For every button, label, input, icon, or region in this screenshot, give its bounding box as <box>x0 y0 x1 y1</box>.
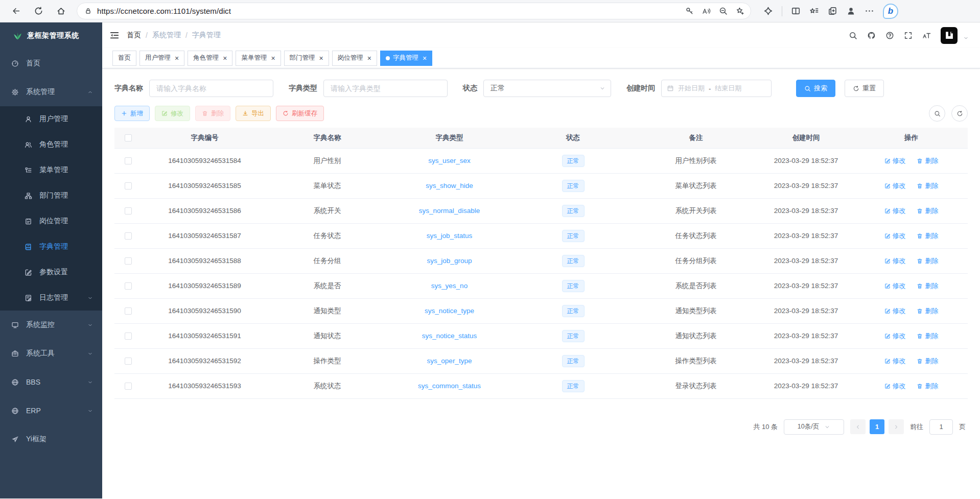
dict-type-input[interactable] <box>323 80 448 97</box>
dict-name-input[interactable] <box>149 80 273 97</box>
copy-plus-icon[interactable] <box>828 6 837 16</box>
app-logo[interactable]: 意框架管理系统 <box>0 22 102 49</box>
row-delete-link[interactable]: 删除 <box>917 306 938 316</box>
row-edit-link[interactable]: 修改 <box>884 357 906 366</box>
dict-type-link[interactable]: sys_job_group <box>427 257 472 265</box>
split-icon[interactable] <box>791 6 801 16</box>
goto-page-input[interactable] <box>929 419 953 435</box>
reload-icon[interactable] <box>34 6 43 16</box>
date-range-picker[interactable]: 开始日期 - 结束日期 <box>661 80 772 97</box>
row-delete-link[interactable]: 删除 <box>917 256 938 266</box>
sidebar-item[interactable]: 部门管理 <box>0 183 102 208</box>
view-tab[interactable]: 岗位管理 × <box>332 51 377 66</box>
row-checkbox[interactable] <box>125 182 132 189</box>
row-delete-link[interactable]: 删除 <box>917 357 938 366</box>
person-fill-icon[interactable] <box>846 6 856 16</box>
sidebar-item[interactable]: 系统管理 <box>0 78 102 106</box>
sidebar-item[interactable]: 角色管理 <box>0 132 102 157</box>
row-checkbox[interactable] <box>125 383 132 390</box>
row-checkbox[interactable] <box>125 332 132 340</box>
dict-type-link[interactable]: sys_user_sex <box>428 157 471 164</box>
fullscreen-icon[interactable] <box>904 31 913 40</box>
avatar-caret-icon[interactable] <box>963 35 969 41</box>
dots-icon[interactable] <box>865 6 874 16</box>
row-edit-link[interactable]: 修改 <box>884 281 906 291</box>
export-button[interactable]: 导出 <box>236 106 271 121</box>
address-bar[interactable]: https://ccnetcore.com:1101/system/dict <box>77 3 751 19</box>
view-tab[interactable]: 首页 × <box>112 51 136 66</box>
row-edit-link[interactable]: 修改 <box>884 256 906 266</box>
star-add-icon[interactable] <box>736 7 744 15</box>
row-edit-link[interactable]: 修改 <box>884 331 906 341</box>
close-icon[interactable]: × <box>423 55 427 62</box>
refresh-cache-button[interactable]: 刷新缓存 <box>276 106 324 121</box>
row-delete-link[interactable]: 删除 <box>917 206 938 216</box>
back-icon[interactable] <box>11 6 21 16</box>
github-icon[interactable] <box>867 31 876 40</box>
sidebar-item[interactable]: 首页 <box>0 49 102 78</box>
close-icon[interactable]: × <box>223 55 227 62</box>
row-checkbox[interactable] <box>125 232 132 240</box>
close-icon[interactable]: × <box>271 55 275 62</box>
row-edit-link[interactable]: 修改 <box>884 231 906 241</box>
sidebar-item[interactable]: 系统工具 <box>0 339 102 368</box>
close-icon[interactable]: × <box>175 55 179 62</box>
row-edit-link[interactable]: 修改 <box>884 156 906 165</box>
edit-button[interactable]: 修改 <box>155 106 190 121</box>
dict-type-link[interactable]: sys_yes_no <box>431 282 468 290</box>
url-text[interactable]: https://ccnetcore.com:1101/system/dict <box>97 7 680 15</box>
row-delete-link[interactable]: 删除 <box>917 181 938 191</box>
prev-page-button[interactable] <box>850 419 866 434</box>
refresh-table-button[interactable] <box>951 105 968 122</box>
page-size-select[interactable]: 10条/页 <box>784 419 844 435</box>
search-icon[interactable] <box>849 31 857 40</box>
row-delete-link[interactable]: 删除 <box>917 156 938 165</box>
row-checkbox[interactable] <box>125 257 132 265</box>
breadcrumb-home[interactable]: 首页 <box>127 31 141 40</box>
status-select[interactable]: 正常 <box>483 80 611 97</box>
dict-type-link[interactable]: sys_normal_disable <box>419 207 480 215</box>
reset-button[interactable]: 重置 <box>845 80 884 97</box>
sidebar-item[interactable]: 字典管理 <box>0 234 102 259</box>
row-delete-link[interactable]: 删除 <box>917 382 938 391</box>
sidebar-item[interactable]: 系统监控 <box>0 311 102 339</box>
user-avatar[interactable] <box>941 27 958 44</box>
row-checkbox[interactable] <box>125 307 132 315</box>
row-edit-link[interactable]: 修改 <box>884 181 906 191</box>
sidebar-item[interactable]: ERP <box>0 396 102 425</box>
dict-type-link[interactable]: sys_notice_type <box>425 307 474 315</box>
row-delete-link[interactable]: 删除 <box>917 281 938 291</box>
view-tab[interactable]: 字典管理 × <box>380 51 432 66</box>
add-button[interactable]: 新增 <box>114 106 150 121</box>
row-delete-link[interactable]: 删除 <box>917 231 938 241</box>
delete-button[interactable]: 删除 <box>195 106 230 121</box>
view-tab[interactable]: 部门管理 × <box>284 51 329 66</box>
sidebar-collapse-icon[interactable] <box>109 30 120 40</box>
bing-chat-icon[interactable]: b <box>883 4 898 19</box>
zoom-out-icon[interactable] <box>719 7 728 15</box>
sidebar-item[interactable]: 参数设置 <box>0 259 102 285</box>
dict-type-link[interactable]: sys_notice_status <box>422 332 477 340</box>
page-number-1[interactable]: 1 <box>870 419 884 434</box>
row-edit-link[interactable]: 修改 <box>884 206 906 216</box>
sidebar-item[interactable]: 菜单管理 <box>0 157 102 183</box>
row-checkbox[interactable] <box>125 207 132 215</box>
row-checkbox[interactable] <box>125 358 132 365</box>
row-edit-link[interactable]: 修改 <box>884 382 906 391</box>
home-icon[interactable] <box>56 6 66 16</box>
sidebar-item[interactable]: 用户管理 <box>0 106 102 132</box>
select-all-checkbox[interactable] <box>125 134 132 141</box>
dict-type-link[interactable]: sys_oper_type <box>427 357 472 365</box>
dict-type-link[interactable]: sys_common_status <box>418 382 481 390</box>
collections-icon[interactable] <box>809 6 819 16</box>
key-icon[interactable] <box>685 7 694 15</box>
next-page-button[interactable] <box>889 419 904 434</box>
view-tab[interactable]: 用户管理 × <box>139 51 184 66</box>
question-icon[interactable] <box>885 31 894 40</box>
show-search-toggle[interactable] <box>929 105 945 122</box>
close-icon[interactable]: × <box>367 55 371 62</box>
close-icon[interactable]: × <box>319 55 323 62</box>
row-delete-link[interactable]: 删除 <box>917 331 938 341</box>
sidebar-item[interactable]: 岗位管理 <box>0 208 102 234</box>
row-checkbox[interactable] <box>125 282 132 290</box>
